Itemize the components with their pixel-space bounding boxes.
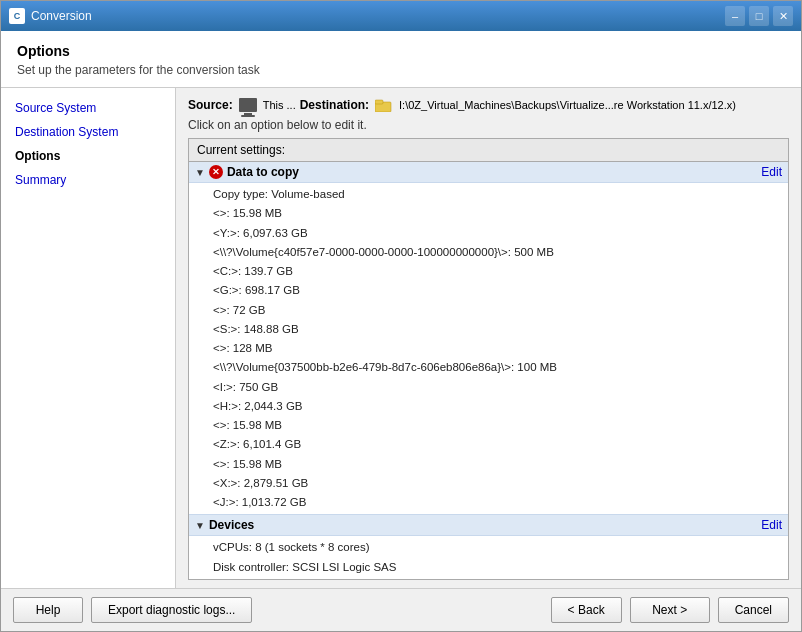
sidebar-item-options: Options xyxy=(1,144,175,168)
window-title: Conversion xyxy=(31,9,725,23)
list-item: <H:>: 2,044.3 GB xyxy=(189,397,788,416)
sidebar: Source System Destination System Options… xyxy=(1,88,176,588)
dest-value: I:\0Z_Virtual_Machines\Backups\Virtualiz… xyxy=(399,99,736,111)
app-icon: C xyxy=(9,8,25,24)
list-item: <C:>: 139.7 GB xyxy=(189,262,788,281)
data-to-copy-edit[interactable]: Edit xyxy=(761,165,782,179)
expand-icon: ▼ xyxy=(195,167,205,178)
list-item: Copy type: Volume-based xyxy=(189,185,788,204)
settings-scroll[interactable]: ▼ ✕ Data to copy Edit Copy type: Volume-… xyxy=(189,162,788,579)
devices-rows: vCPUs: 8 (1 sockets * 8 cores) Disk cont… xyxy=(189,536,788,579)
sidebar-item-summary[interactable]: Summary xyxy=(1,168,175,192)
list-item: <>: 15.98 MB xyxy=(189,416,788,435)
main-content: Source System Destination System Options… xyxy=(1,88,801,588)
help-button[interactable]: Help xyxy=(13,597,83,623)
list-item: <\\?\Volume{037500bb-b2e6-479b-8d7c-606e… xyxy=(189,358,788,377)
list-item: Disk controller: SCSI LSI Logic SAS xyxy=(189,558,788,577)
list-item: <I:>: 750 GB xyxy=(189,378,788,397)
list-item: <J:>: 1,013.72 GB xyxy=(189,493,788,512)
source-dest-bar: Source: This ... Destination: I:\0Z_Virt… xyxy=(188,98,789,112)
list-item: <>: 15.98 MB xyxy=(189,204,788,223)
title-bar: C Conversion – □ ✕ xyxy=(1,1,801,31)
list-item: <X:>: 2,879.51 GB xyxy=(189,474,788,493)
devices-title: Devices xyxy=(209,518,761,532)
source-value: This ... xyxy=(263,99,296,111)
header-section: Options Set up the parameters for the co… xyxy=(1,31,801,88)
footer: Help Export diagnostic logs... < Back Ne… xyxy=(1,588,801,631)
page-subtitle: Set up the parameters for the conversion… xyxy=(17,63,785,77)
content-area: Source: This ... Destination: I:\0Z_Virt… xyxy=(176,88,801,588)
minimize-button[interactable]: – xyxy=(725,6,745,26)
list-item: <>: 15.98 MB xyxy=(189,455,788,474)
conversion-window: C Conversion – □ ✕ Options Set up the pa… xyxy=(0,0,802,632)
close-button[interactable]: ✕ xyxy=(773,6,793,26)
back-button[interactable]: < Back xyxy=(551,597,622,623)
footer-right: < Back Next > Cancel xyxy=(551,597,789,623)
list-item: <S:>: 148.88 GB xyxy=(189,320,788,339)
list-item: <\\?\Volume{c40f57e7-0000-0000-0000-1000… xyxy=(189,243,788,262)
data-to-copy-title: Data to copy xyxy=(227,165,761,179)
click-hint: Click on an option below to edit it. xyxy=(188,118,789,132)
list-item: <Y:>: 6,097.63 GB xyxy=(189,224,788,243)
devices-edit[interactable]: Edit xyxy=(761,518,782,532)
data-to-copy-section-header[interactable]: ▼ ✕ Data to copy Edit xyxy=(189,162,788,183)
list-item: vCPUs: 8 (1 sockets * 8 cores) xyxy=(189,538,788,557)
maximize-button[interactable]: □ xyxy=(749,6,769,26)
sidebar-item-destination-system[interactable]: Destination System xyxy=(1,120,175,144)
next-button[interactable]: Next > xyxy=(630,597,710,623)
settings-panel: Current settings: ▼ ✕ Data to copy Edit … xyxy=(188,138,789,580)
expand-devices-icon: ▼ xyxy=(195,520,205,531)
dest-label: Destination: xyxy=(300,98,369,112)
svg-rect-1 xyxy=(375,100,383,104)
list-item: <G:>: 698.17 GB xyxy=(189,281,788,300)
devices-section-header[interactable]: ▼ Devices Edit xyxy=(189,514,788,536)
sidebar-item-source-system[interactable]: Source System xyxy=(1,96,175,120)
list-item: <>: 72 GB xyxy=(189,301,788,320)
source-label: Source: xyxy=(188,98,233,112)
cancel-button[interactable]: Cancel xyxy=(718,597,789,623)
list-item: <>: 128 MB xyxy=(189,339,788,358)
window-controls: – □ ✕ xyxy=(725,6,793,26)
list-item: <Z:>: 6,101.4 GB xyxy=(189,435,788,454)
page-title: Options xyxy=(17,43,785,59)
data-to-copy-rows: Copy type: Volume-based <>: 15.98 MB <Y:… xyxy=(189,183,788,514)
error-icon: ✕ xyxy=(209,165,223,179)
footer-left: Help Export diagnostic logs... xyxy=(13,597,252,623)
settings-header: Current settings: xyxy=(189,139,788,162)
export-logs-button[interactable]: Export diagnostic logs... xyxy=(91,597,252,623)
